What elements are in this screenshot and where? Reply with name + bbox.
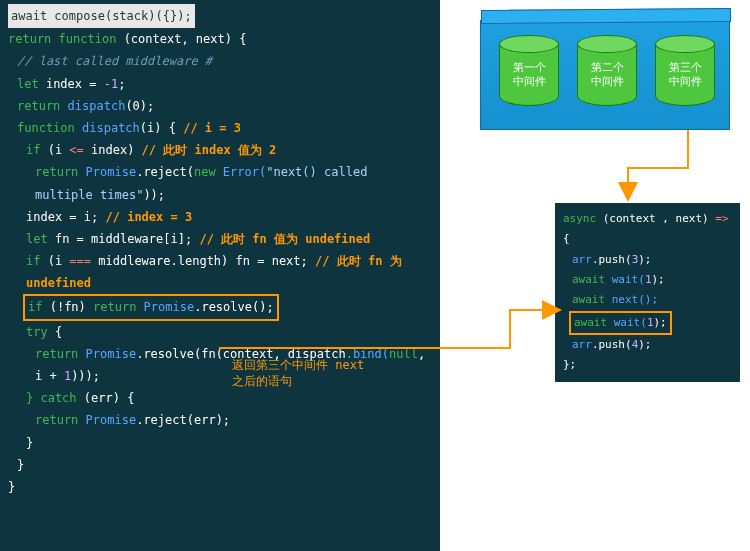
code-line: return dispatch(0);: [8, 95, 432, 117]
code-title: await compose(stack)({});: [8, 4, 195, 28]
cylinder-label: 第二个中间件: [577, 61, 637, 90]
code-line: let index = -1;: [8, 73, 432, 95]
code-line: return Promise.reject(err);: [8, 409, 432, 431]
middleware-cylinder-1: 第一个中间件: [499, 35, 559, 115]
code-line: let fn = middleware[i]; // 此时 fn 值为 unde…: [8, 228, 432, 250]
middleware-cylinder-2: 第二个中间件: [577, 35, 637, 115]
code-line: function dispatch(i) { // i = 3: [8, 117, 432, 139]
code-line: if (i === middleware.length) fn = next; …: [8, 250, 432, 294]
middleware-container: 第一个中间件 第二个中间件 第三个中间件: [480, 20, 730, 130]
code-line: await wait(1);: [563, 270, 732, 290]
code-line: return function (context, next) {: [8, 28, 432, 50]
main-code-block: await compose(stack)({}); return functio…: [0, 0, 440, 551]
code-line: await next();: [563, 290, 732, 310]
code-line: arr.push(4);: [563, 335, 732, 355]
code-line: return Promise.reject(new Error("next() …: [8, 161, 432, 205]
cylinder-label: 第一个中间件: [499, 61, 559, 90]
container-lid: [481, 8, 731, 24]
highlighted-line: if (!fn) return Promise.resolve();: [8, 294, 432, 320]
code-line: }: [8, 432, 432, 454]
highlighted-line: await wait(1);: [563, 311, 732, 335]
code-line: if (i <= index) // 此时 index 值为 2: [8, 139, 432, 161]
code-line: try {: [8, 321, 432, 343]
code-line: async (context , next) => {: [563, 209, 732, 250]
code-line: }: [8, 476, 432, 498]
middleware-cylinder-3: 第三个中间件: [655, 35, 715, 115]
code-line: arr.push(3);: [563, 250, 732, 270]
code-line: };: [563, 355, 732, 375]
code-comment: // last called middleware #: [8, 50, 432, 72]
async-code-block: async (context , next) => { arr.push(3);…: [555, 203, 740, 382]
code-line: }: [8, 454, 432, 476]
annotation-text: 返回第三个中间件 next之后的语句: [232, 358, 432, 389]
code-line: index = i; // index = 3: [8, 206, 432, 228]
cylinder-label: 第三个中间件: [655, 61, 715, 90]
code-line: } catch (err) {: [8, 387, 432, 409]
